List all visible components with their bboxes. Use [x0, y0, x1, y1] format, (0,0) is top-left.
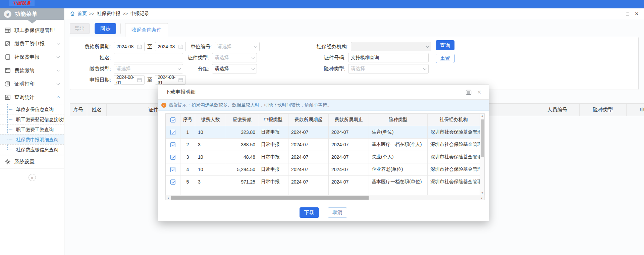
name-label: 姓名: [70, 55, 114, 61]
column-insurance: 险种类型 [369, 114, 428, 126]
sidebar-subitem-payment-register-receive[interactable]: 职工缴费登记信息接收情 [0, 114, 64, 124]
calendar-icon [137, 78, 142, 82]
sync-button[interactable]: 同步 [95, 23, 116, 34]
breadcrumb-home-link[interactable]: 首页 [77, 11, 87, 17]
download-button[interactable]: 下载 [300, 207, 319, 218]
fee-period-from-input[interactable]: 2024-08 [114, 42, 145, 51]
modal-title: 下载申报明细 [165, 89, 196, 95]
id-type-select[interactable]: 请选择 [212, 53, 257, 62]
sidebar-title: 功能菜单 [15, 11, 38, 18]
breadcrumb-separator: >> [123, 11, 128, 16]
group-select[interactable]: 请选择 [212, 64, 257, 73]
sidebar-item-certificate-print[interactable]: 证明打印 [0, 77, 64, 91]
calendar-icon [137, 44, 142, 49]
chevron-down-icon [423, 67, 427, 70]
vertical-scrollbar-thumb[interactable] [481, 119, 484, 157]
breadcrumb-level2: 申报记录 [130, 11, 149, 17]
chevron-down-icon [426, 45, 429, 48]
scroll-up-icon[interactable]: ∧ [480, 114, 484, 118]
chevron-up-icon [57, 96, 60, 100]
row-checkbox[interactable] [170, 142, 175, 147]
horizontal-scrollbar[interactable]: ‹ › [165, 195, 485, 200]
toolbar-divider [120, 23, 121, 34]
results-column-insurance-type: 险种类型 [580, 104, 627, 116]
close-icon[interactable]: ✕ [635, 11, 639, 16]
maximize-icon[interactable] [626, 12, 629, 15]
card-icon [5, 67, 11, 73]
breadcrumb-level1: 社保费申报 [97, 11, 120, 17]
agency-select[interactable] [351, 42, 431, 51]
sidebar-subitem-unit-insured-query[interactable]: 单位参保信息查询 [0, 104, 64, 114]
sidebar-item-system-settings[interactable]: 系统设置 [0, 155, 64, 168]
table-row: 4 10 5,284.50 日常申报 2024-07 2024-07 企业养老(… [166, 163, 480, 175]
agency-label: 社保经办机构: [260, 44, 351, 50]
bar-chart-icon [5, 94, 11, 100]
calendar-icon [178, 44, 183, 49]
top-bar: 中国税务 [0, 0, 644, 8]
sidebar-item-label: 社保费申报 [14, 54, 40, 60]
results-column-declare-date: 申报日期 [627, 104, 644, 116]
toolbar: 导出 同步 收起查询条件 [70, 23, 639, 37]
sidebar-subitem-payment-wage-query[interactable]: 职工缴费工资查询 [0, 124, 64, 134]
sidebar: ¥ 功能菜单 职工参保信息管理 缴费工资申报 [0, 8, 64, 255]
id-no-input[interactable]: 支持模糊查询 [348, 53, 429, 62]
row-checkbox[interactable] [170, 167, 175, 172]
modal-body: 序号 缴费人数 应缴费额 申报类型 费款所属期起 费款所属期止 险种类型 社保经… [165, 113, 485, 200]
insurance-type-select[interactable]: 请选择 [348, 64, 429, 73]
id-no-label: 证件号码: [257, 55, 348, 61]
declare-date-to-input[interactable]: 2024-08-31 [155, 75, 186, 85]
export-button[interactable]: 导出 [70, 23, 90, 34]
sidebar-header-notch [28, 20, 37, 23]
sidebar-item-label: 系统设置 [14, 159, 35, 165]
pay-type-label: 缴费类型: [70, 66, 114, 72]
sidebar-item-fee-payment[interactable]: 费款缴纳 [0, 64, 64, 77]
horizontal-scrollbar-thumb[interactable] [171, 196, 369, 200]
print-cert-icon [5, 81, 11, 87]
select-all-checkbox[interactable] [170, 117, 175, 122]
modal-table: 序号 缴费人数 应缴费额 申报类型 费款所属期起 费款所属期止 险种类型 社保经… [165, 113, 485, 195]
sidebar-item-social-fee-declare[interactable]: 社保费申报 [0, 50, 64, 64]
info-icon: i [161, 103, 166, 108]
scroll-right-icon[interactable]: › [479, 196, 484, 200]
gear-icon [5, 159, 11, 165]
name-input[interactable] [114, 53, 183, 62]
scroll-left-icon[interactable]: ‹ [166, 196, 171, 200]
query-button[interactable]: 查询 [436, 40, 454, 50]
page: 中国税务 ¥ 功能菜单 职工参保信息管理 缴费工资申报 [0, 0, 644, 255]
modal-tip-bar: i 温馨提示：如果勾选条数较多、数据量较大时，可能下载时间较长，请耐心等待。 [158, 100, 489, 111]
chevron-down-icon [252, 56, 255, 59]
id-type-label: 证件类型: [183, 55, 212, 61]
cancel-button[interactable]: 取消 [328, 207, 347, 218]
sidebar-item-employee-insured-info[interactable]: 职工参保信息管理 [0, 23, 64, 37]
fee-period-to-input[interactable]: 2024-08 [155, 42, 186, 51]
row-checkbox[interactable] [170, 180, 175, 185]
calendar-icon [178, 78, 183, 82]
fee-period-label: 费款所属期: [70, 44, 114, 50]
sidebar-collapse-button[interactable]: « [29, 174, 36, 181]
sidebar-item-wage-declare[interactable]: 缴费工资申报 [0, 37, 64, 50]
chevron-down-icon [57, 82, 60, 85]
row-checkbox[interactable] [170, 130, 175, 135]
vertical-scrollbar[interactable]: ∧ ∨ [480, 114, 484, 195]
sidebar-subitem-declare-detail-query[interactable]: 社保费申报明细查询 [0, 134, 64, 144]
filter-panel: 费款所属期: 2024-08 至 2024-08 单位编号: 请选择 [70, 37, 639, 90]
unit-no-select[interactable]: 请选择 [215, 42, 260, 51]
group-label: 分组: [183, 66, 212, 72]
reset-button[interactable]: 重置 [436, 54, 454, 63]
chevron-down-icon [57, 42, 60, 45]
table-row: 5 3 971.25 日常申报 2024-07 2024-07 基本医疗一档在职… [166, 175, 480, 188]
sidebar-subitem-payable-info-query[interactable]: 社保费应缴信息查询 [0, 144, 64, 154]
modal-close-icon[interactable]: ✕ [477, 90, 481, 95]
chevron-down-icon [178, 67, 181, 70]
row-checkbox[interactable] [170, 155, 175, 160]
collapse-filters-tab[interactable]: 收起查询条件 [125, 23, 168, 37]
sidebar-item-label: 职工参保信息管理 [14, 27, 55, 34]
document-icon [5, 54, 11, 60]
pay-type-select[interactable]: 请选择 [114, 64, 183, 73]
declare-date-from-input[interactable]: 2024-08-01 [114, 75, 145, 85]
print-icon[interactable] [466, 90, 472, 95]
scroll-down-icon[interactable]: ∨ [480, 190, 484, 195]
sidebar-item-query-statistics[interactable]: 查询统计 [0, 91, 64, 104]
home-icon [70, 11, 75, 16]
sidebar-header: ¥ 功能菜单 [0, 8, 64, 20]
